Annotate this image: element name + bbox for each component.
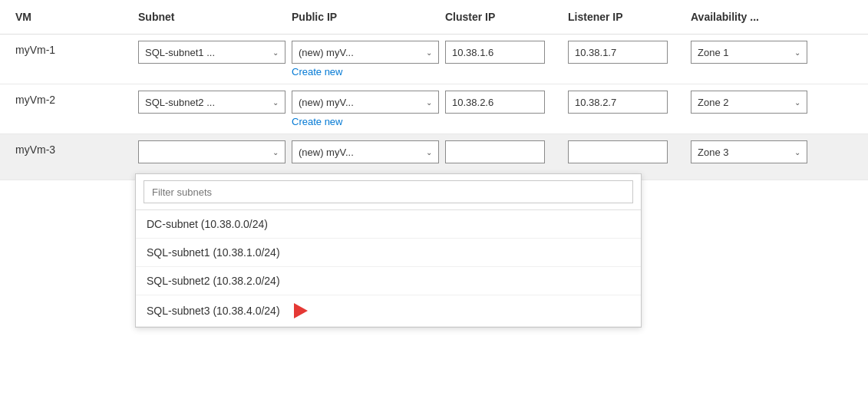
availability-select-1[interactable]: Zone 1 ⌄	[691, 41, 807, 64]
subnet-select-2[interactable]: SQL-subnet2 ... ⌄	[138, 91, 285, 114]
vm-name-1: myVm-1	[12, 38, 135, 62]
subnet-select-1[interactable]: SQL-subnet1 ... ⌄	[138, 41, 285, 64]
availability-select-value-3: Zone 3	[698, 147, 728, 158]
arrow-right-icon	[294, 303, 308, 318]
availability-select-value-2: Zone 2	[698, 97, 728, 108]
chevron-down-icon: ⌄	[426, 98, 432, 107]
vm-name-3: myVm-3	[12, 137, 135, 162]
col-vm-header: VM	[12, 6, 135, 28]
public-ip-select-2[interactable]: (new) myV... ⌄	[292, 91, 439, 114]
list-item[interactable]: SQL-subnet3 (10.38.4.0/24)	[136, 295, 641, 327]
chevron-down-icon: ⌄	[426, 148, 432, 157]
subnet-select-3[interactable]: ⌄	[138, 140, 285, 163]
col-listener-ip-header: Listener IP	[565, 6, 688, 28]
availability-select-3[interactable]: Zone 3 ⌄	[691, 140, 807, 163]
availability-select-value-1: Zone 1	[698, 47, 728, 58]
col-cluster-ip-header: Cluster IP	[442, 6, 565, 28]
public-ip-select-3[interactable]: (new) myV... ⌄	[292, 140, 439, 163]
listener-ip-input-1[interactable]	[568, 41, 668, 64]
public-ip-cell-2: (new) myV... ⌄ Create new	[289, 87, 442, 130]
listener-ip-input-2[interactable]	[568, 91, 668, 114]
cluster-ip-cell-2	[442, 87, 565, 117]
subnet-cell-3: ⌄	[135, 137, 289, 167]
list-item[interactable]: DC-subnet (10.38.0.0/24)	[136, 210, 641, 239]
availability-cell-1: Zone 1 ⌄	[688, 38, 810, 67]
listener-ip-cell-3	[565, 137, 688, 167]
public-ip-select-value-3: (new) myV...	[299, 147, 354, 158]
table-row: myVm-1 SQL-subnet1 ... ⌄ (new) myV... ⌄ …	[0, 35, 868, 84]
chevron-down-icon: ⌄	[794, 48, 800, 57]
public-ip-select-value-2: (new) myV...	[299, 97, 354, 108]
subnet-cell-2: SQL-subnet2 ... ⌄	[135, 87, 289, 117]
cluster-ip-cell-1	[442, 38, 565, 67]
availability-select-2[interactable]: Zone 2 ⌄	[691, 91, 807, 114]
col-subnet-header: Subnet	[135, 6, 289, 28]
subnet-cell-1: SQL-subnet1 ... ⌄	[135, 38, 289, 67]
cluster-ip-input-2[interactable]	[445, 91, 545, 114]
public-ip-cell-3: (new) myV... ⌄	[289, 137, 442, 167]
list-item[interactable]: SQL-subnet2 (10.38.2.0/24)	[136, 267, 641, 295]
subnet-select-value-1: SQL-subnet1 ...	[145, 47, 215, 58]
create-new-link-1[interactable]: Create new	[292, 66, 439, 77]
col-availability-header: Availability ...	[688, 6, 810, 28]
public-ip-cell-1: (new) myV... ⌄ Create new	[289, 38, 442, 81]
chevron-down-icon: ⌄	[272, 48, 279, 57]
listener-ip-input-3[interactable]	[568, 140, 668, 163]
chevron-down-icon: ⌄	[272, 148, 279, 157]
table-row: myVm-2 SQL-subnet2 ... ⌄ (new) myV... ⌄ …	[0, 84, 868, 134]
availability-cell-2: Zone 2 ⌄	[688, 87, 810, 117]
public-ip-select-value-1: (new) myV...	[299, 47, 354, 58]
filter-input-wrapper	[136, 174, 641, 210]
public-ip-select-1[interactable]: (new) myV... ⌄	[292, 41, 439, 64]
col-public-ip-header: Public IP	[289, 6, 442, 28]
cluster-ip-input-3[interactable]	[445, 140, 545, 163]
vm-name-2: myVm-2	[12, 87, 135, 112]
chevron-down-icon: ⌄	[794, 148, 800, 157]
create-new-link-2[interactable]: Create new	[292, 116, 439, 127]
cluster-ip-input-1[interactable]	[445, 41, 545, 64]
table-header: VM Subnet Public IP Cluster IP Listener …	[0, 0, 868, 35]
subnet-dropdown: DC-subnet (10.38.0.0/24) SQL-subnet1 (10…	[135, 173, 642, 328]
availability-cell-3: Zone 3 ⌄	[688, 137, 810, 167]
filter-subnets-input[interactable]	[144, 180, 633, 203]
dropdown-items-list: DC-subnet (10.38.0.0/24) SQL-subnet1 (10…	[136, 210, 641, 327]
chevron-down-icon: ⌄	[794, 98, 800, 107]
list-item[interactable]: SQL-subnet1 (10.38.1.0/24)	[136, 239, 641, 267]
cluster-ip-cell-3	[442, 137, 565, 167]
subnet-select-value-2: SQL-subnet2 ...	[145, 97, 215, 108]
listener-ip-cell-1	[565, 38, 688, 67]
listener-ip-cell-2	[565, 87, 688, 117]
chevron-down-icon: ⌄	[272, 98, 279, 107]
vm-configuration-table: VM Subnet Public IP Cluster IP Listener …	[0, 0, 868, 399]
chevron-down-icon: ⌄	[426, 48, 432, 57]
